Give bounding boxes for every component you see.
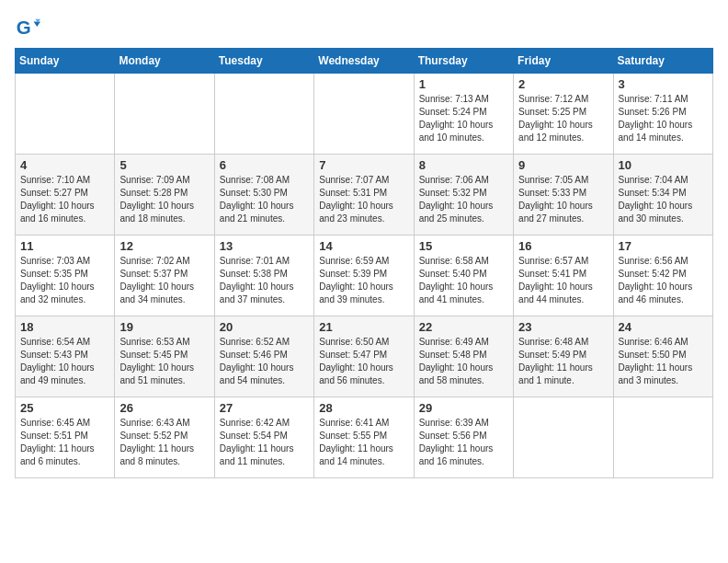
calendar-cell: 28Sunrise: 6:41 AM Sunset: 5:55 PM Dayli… <box>314 397 414 478</box>
calendar-cell: 2Sunrise: 7:12 AM Sunset: 5:25 PM Daylig… <box>514 74 613 155</box>
day-info: Sunrise: 7:12 AM Sunset: 5:25 PM Dayligh… <box>518 93 608 144</box>
day-info: Sunrise: 7:01 AM Sunset: 5:38 PM Dayligh… <box>220 255 309 306</box>
day-info: Sunrise: 6:59 AM Sunset: 5:39 PM Dayligh… <box>319 255 408 306</box>
day-info: Sunrise: 6:58 AM Sunset: 5:40 PM Dayligh… <box>419 255 508 306</box>
calendar-cell: 24Sunrise: 6:46 AM Sunset: 5:50 PM Dayli… <box>613 316 712 397</box>
day-info: Sunrise: 7:06 AM Sunset: 5:32 PM Dayligh… <box>419 174 508 225</box>
calendar-cell: 27Sunrise: 6:42 AM Sunset: 5:54 PM Dayli… <box>214 397 313 478</box>
calendar-cell: 17Sunrise: 6:56 AM Sunset: 5:42 PM Dayli… <box>613 236 712 316</box>
day-number: 1 <box>419 77 508 91</box>
day-number: 20 <box>220 320 309 334</box>
day-info: Sunrise: 6:54 AM Sunset: 5:43 PM Dayligh… <box>20 336 109 387</box>
day-info: Sunrise: 6:50 AM Sunset: 5:47 PM Dayligh… <box>319 336 408 387</box>
calendar-cell: 29Sunrise: 6:39 AM Sunset: 5:56 PM Dayli… <box>414 397 513 478</box>
calendar-cell <box>314 74 414 155</box>
calendar-cell: 6Sunrise: 7:08 AM Sunset: 5:30 PM Daylig… <box>214 155 313 236</box>
calendar-cell: 8Sunrise: 7:06 AM Sunset: 5:32 PM Daylig… <box>414 155 513 236</box>
calendar-cell: 21Sunrise: 6:50 AM Sunset: 5:47 PM Dayli… <box>314 316 414 397</box>
day-number: 19 <box>119 320 209 334</box>
day-info: Sunrise: 6:42 AM Sunset: 5:54 PM Dayligh… <box>220 417 309 468</box>
week-row-3: 11Sunrise: 7:03 AM Sunset: 5:35 PM Dayli… <box>16 236 713 316</box>
calendar-cell: 15Sunrise: 6:58 AM Sunset: 5:40 PM Dayli… <box>414 236 513 316</box>
day-number: 22 <box>419 320 508 334</box>
day-info: Sunrise: 7:11 AM Sunset: 5:26 PM Dayligh… <box>619 93 708 144</box>
day-info: Sunrise: 7:13 AM Sunset: 5:24 PM Dayligh… <box>419 93 508 144</box>
calendar-cell: 16Sunrise: 6:57 AM Sunset: 5:41 PM Dayli… <box>514 236 613 316</box>
week-row-4: 18Sunrise: 6:54 AM Sunset: 5:43 PM Dayli… <box>16 316 713 397</box>
day-info: Sunrise: 7:10 AM Sunset: 5:27 PM Dayligh… <box>20 174 109 225</box>
calendar-cell <box>613 397 712 478</box>
svg-marker-1 <box>34 21 40 27</box>
page-header: G <box>15 15 713 40</box>
logo-icon: G <box>15 15 40 40</box>
day-number: 12 <box>119 239 209 253</box>
day-info: Sunrise: 6:53 AM Sunset: 5:45 PM Dayligh… <box>119 336 209 387</box>
day-number: 2 <box>518 77 608 91</box>
week-row-5: 25Sunrise: 6:45 AM Sunset: 5:51 PM Dayli… <box>16 397 713 478</box>
calendar-cell: 12Sunrise: 7:02 AM Sunset: 5:37 PM Dayli… <box>115 236 214 316</box>
svg-text:G: G <box>17 17 31 38</box>
day-number: 4 <box>20 158 109 172</box>
day-info: Sunrise: 6:45 AM Sunset: 5:51 PM Dayligh… <box>20 417 109 468</box>
calendar-cell: 18Sunrise: 6:54 AM Sunset: 5:43 PM Dayli… <box>16 316 115 397</box>
day-number: 15 <box>419 239 508 253</box>
day-number: 13 <box>220 239 309 253</box>
calendar-cell <box>16 74 115 155</box>
day-number: 24 <box>619 320 708 334</box>
week-row-2: 4Sunrise: 7:10 AM Sunset: 5:27 PM Daylig… <box>16 155 713 236</box>
weekday-header-monday: Monday <box>115 49 214 74</box>
day-number: 28 <box>319 401 408 415</box>
day-info: Sunrise: 6:57 AM Sunset: 5:41 PM Dayligh… <box>518 255 608 306</box>
day-info: Sunrise: 7:07 AM Sunset: 5:31 PM Dayligh… <box>319 174 408 225</box>
day-number: 5 <box>119 158 209 172</box>
weekday-header-thursday: Thursday <box>414 49 513 74</box>
day-number: 10 <box>619 158 708 172</box>
day-number: 8 <box>419 158 508 172</box>
day-info: Sunrise: 6:41 AM Sunset: 5:55 PM Dayligh… <box>319 417 408 468</box>
day-number: 25 <box>20 401 109 415</box>
weekday-header-sunday: Sunday <box>16 49 115 74</box>
logo: G <box>15 15 44 40</box>
calendar-cell: 7Sunrise: 7:07 AM Sunset: 5:31 PM Daylig… <box>314 155 414 236</box>
calendar-cell: 25Sunrise: 6:45 AM Sunset: 5:51 PM Dayli… <box>16 397 115 478</box>
day-number: 6 <box>220 158 309 172</box>
day-number: 9 <box>518 158 608 172</box>
calendar-cell: 13Sunrise: 7:01 AM Sunset: 5:38 PM Dayli… <box>214 236 313 316</box>
day-info: Sunrise: 7:04 AM Sunset: 5:34 PM Dayligh… <box>619 174 708 225</box>
weekday-header-wednesday: Wednesday <box>314 49 414 74</box>
day-info: Sunrise: 6:56 AM Sunset: 5:42 PM Dayligh… <box>619 255 708 306</box>
day-info: Sunrise: 6:48 AM Sunset: 5:49 PM Dayligh… <box>518 336 608 387</box>
calendar-cell <box>514 397 613 478</box>
day-info: Sunrise: 7:09 AM Sunset: 5:28 PM Dayligh… <box>119 174 209 225</box>
calendar-cell: 10Sunrise: 7:04 AM Sunset: 5:34 PM Dayli… <box>613 155 712 236</box>
week-row-1: 1Sunrise: 7:13 AM Sunset: 5:24 PM Daylig… <box>16 74 713 155</box>
calendar-cell <box>115 74 214 155</box>
calendar-cell: 23Sunrise: 6:48 AM Sunset: 5:49 PM Dayli… <box>514 316 613 397</box>
calendar-cell: 26Sunrise: 6:43 AM Sunset: 5:52 PM Dayli… <box>115 397 214 478</box>
day-number: 23 <box>518 320 608 334</box>
calendar-cell: 11Sunrise: 7:03 AM Sunset: 5:35 PM Dayli… <box>16 236 115 316</box>
calendar-cell <box>214 74 313 155</box>
day-number: 11 <box>20 239 109 253</box>
day-number: 14 <box>319 239 408 253</box>
calendar-cell: 9Sunrise: 7:05 AM Sunset: 5:33 PM Daylig… <box>514 155 613 236</box>
day-number: 21 <box>319 320 408 334</box>
calendar-cell: 20Sunrise: 6:52 AM Sunset: 5:46 PM Dayli… <box>214 316 313 397</box>
day-info: Sunrise: 7:02 AM Sunset: 5:37 PM Dayligh… <box>119 255 209 306</box>
day-number: 7 <box>319 158 408 172</box>
day-number: 29 <box>419 401 508 415</box>
day-number: 26 <box>119 401 209 415</box>
calendar-cell: 4Sunrise: 7:10 AM Sunset: 5:27 PM Daylig… <box>16 155 115 236</box>
day-info: Sunrise: 6:43 AM Sunset: 5:52 PM Dayligh… <box>119 417 209 468</box>
calendar-cell: 3Sunrise: 7:11 AM Sunset: 5:26 PM Daylig… <box>613 74 712 155</box>
weekday-header-tuesday: Tuesday <box>214 49 313 74</box>
day-info: Sunrise: 6:49 AM Sunset: 5:48 PM Dayligh… <box>419 336 508 387</box>
weekday-header-saturday: Saturday <box>613 49 712 74</box>
day-number: 17 <box>619 239 708 253</box>
day-info: Sunrise: 7:03 AM Sunset: 5:35 PM Dayligh… <box>20 255 109 306</box>
day-info: Sunrise: 6:52 AM Sunset: 5:46 PM Dayligh… <box>220 336 309 387</box>
day-number: 3 <box>619 77 708 91</box>
day-info: Sunrise: 6:46 AM Sunset: 5:50 PM Dayligh… <box>619 336 708 387</box>
day-info: Sunrise: 6:39 AM Sunset: 5:56 PM Dayligh… <box>419 417 508 468</box>
calendar-table: SundayMondayTuesdayWednesdayThursdayFrid… <box>15 48 713 478</box>
